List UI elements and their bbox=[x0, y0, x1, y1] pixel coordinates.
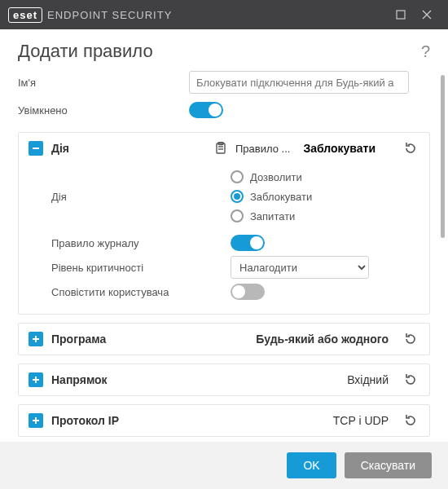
section-action: Дія Правило ... Заблокувати Дія Дозволит… bbox=[18, 132, 430, 315]
notify-label: Сповістити користувача bbox=[51, 286, 231, 298]
section-proto-header[interactable]: Протокол IP TCP і UDP bbox=[19, 405, 429, 436]
window-maximize-button[interactable] bbox=[388, 2, 414, 28]
section-app-value: Будь-який або жодного bbox=[256, 333, 393, 346]
cancel-button[interactable]: Скасувати bbox=[345, 452, 432, 478]
log-rule-label: Правило журналу bbox=[51, 237, 231, 249]
block-text: Заблокувати bbox=[303, 142, 376, 155]
section-dir-value: Вхідний bbox=[347, 373, 393, 386]
svg-rect-0 bbox=[397, 11, 405, 19]
section-app: Програма Будь-який або жодного bbox=[18, 323, 430, 355]
expand-icon[interactable] bbox=[29, 372, 43, 387]
enabled-row: Увімкнено bbox=[18, 96, 430, 124]
section-proto-value: TCP і UDP bbox=[333, 414, 393, 427]
product-name: ENDPOINT SECURITY bbox=[47, 9, 172, 21]
section-dir-header[interactable]: Напрямок Вхідний bbox=[19, 364, 429, 395]
window-close-button[interactable] bbox=[414, 2, 440, 28]
log-rule-toggle[interactable] bbox=[231, 235, 265, 251]
radio-block[interactable]: Заблокувати bbox=[231, 187, 419, 206]
reset-icon[interactable] bbox=[402, 333, 419, 346]
footer: OK Скасувати bbox=[0, 442, 448, 489]
notify-toggle[interactable] bbox=[231, 284, 265, 300]
section-action-body: Дія Дозволити Заблокувати Запитати bbox=[19, 164, 429, 314]
ok-button[interactable]: OK bbox=[287, 452, 336, 478]
name-row: Ім'я bbox=[18, 68, 430, 96]
rule-text: Правило ... bbox=[235, 143, 295, 155]
severity-label: Рівень критичності bbox=[51, 262, 231, 274]
title-bar: eset ENDPOINT SECURITY bbox=[0, 0, 448, 29]
action-label: Дія bbox=[51, 191, 231, 203]
radio-allow[interactable]: Дозволити bbox=[231, 167, 419, 187]
form-body: Ім'я Увімкнено Дія Правило ... Заблокува… bbox=[0, 68, 448, 452]
section-dir: Напрямок Вхідний bbox=[18, 363, 430, 396]
app-logo: eset ENDPOINT SECURITY bbox=[8, 7, 388, 23]
section-action-title: Дія bbox=[51, 142, 206, 155]
enabled-toggle[interactable] bbox=[189, 102, 223, 118]
enabled-label: Увімкнено bbox=[18, 104, 189, 117]
severity-select[interactable]: Налагодити bbox=[231, 256, 369, 279]
reset-icon[interactable] bbox=[402, 142, 419, 155]
section-app-header[interactable]: Програма Будь-який або жодного bbox=[19, 324, 429, 355]
radio-ask[interactable]: Запитати bbox=[231, 206, 419, 226]
section-action-header[interactable]: Дія Правило ... Заблокувати bbox=[19, 133, 429, 164]
page-title: Додати правило bbox=[18, 41, 421, 62]
expand-icon[interactable] bbox=[29, 413, 43, 428]
name-input[interactable] bbox=[189, 71, 409, 94]
page-header: Додати правило ? bbox=[0, 29, 448, 68]
name-label: Ім'я bbox=[18, 77, 189, 89]
reset-icon[interactable] bbox=[402, 414, 419, 427]
reset-icon[interactable] bbox=[402, 373, 419, 386]
expand-icon[interactable] bbox=[29, 332, 43, 346]
section-app-title: Програма bbox=[51, 333, 248, 346]
help-icon[interactable]: ? bbox=[421, 42, 430, 61]
section-proto: Протокол IP TCP і UDP bbox=[18, 404, 430, 437]
collapse-icon[interactable] bbox=[29, 141, 43, 156]
scrollbar[interactable] bbox=[441, 75, 445, 238]
section-proto-title: Протокол IP bbox=[51, 414, 325, 427]
brand-name: eset bbox=[8, 7, 42, 23]
section-dir-title: Напрямок bbox=[51, 373, 339, 386]
clipboard-icon bbox=[214, 142, 227, 155]
